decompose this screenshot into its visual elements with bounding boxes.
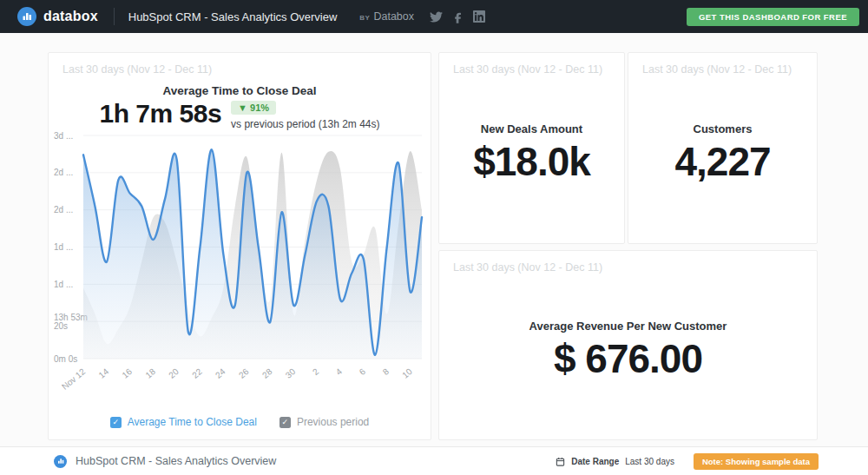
social-links	[430, 10, 485, 23]
kpi-content: New Deals Amount $18.0k	[439, 58, 624, 248]
y-axis-tick-label: 20s	[54, 321, 68, 331]
x-axis-tick-label: 14	[97, 366, 111, 380]
chart-legend: ✓ Average Time to Close Deal ✓ Previous …	[49, 416, 431, 428]
kpi-content: Customers 4,227	[628, 58, 817, 248]
x-axis-tick-label: 22	[190, 366, 204, 380]
metric-title: Customers	[694, 122, 753, 135]
metric-value: $18.0k	[473, 139, 590, 185]
date-range-control: Date Range Last 30 days	[556, 457, 674, 466]
date-range-value: Last 30 days	[625, 457, 674, 466]
sample-data-note-badge: Note: Showing sample data	[694, 453, 819, 470]
metric-title: Average Revenue Per New Customer	[529, 320, 727, 333]
y-axis-tick-label: 3d ...	[54, 131, 73, 141]
kpi-content: Average Revenue Per New Customer $ 676.0…	[439, 256, 817, 445]
x-axis-tick-label: Nov 12	[60, 366, 88, 392]
footer-dashboard-title: HubSpot CRM - Sales Analytics Overview	[76, 455, 276, 467]
byline-prefix: BY	[359, 14, 370, 22]
metric-value: $ 676.00	[554, 336, 702, 382]
byline: BY Databox	[359, 10, 414, 23]
databox-logo-icon	[54, 455, 67, 468]
top-bar: databox HubSpot CRM - Sales Analytics Ov…	[0, 0, 868, 33]
calendar-icon	[556, 457, 565, 466]
x-axis-tick-label: 28	[260, 366, 274, 380]
checkbox-checked-icon[interactable]: ✓	[279, 417, 291, 428]
legend-item-primary[interactable]: ✓ Average Time to Close Deal	[110, 416, 257, 428]
y-axis-tick-label: 2d ...	[54, 168, 73, 177]
card-average-revenue-per-new-customer: Last 30 days (Nov 12 - Dec 11) Average R…	[438, 250, 818, 440]
x-axis-tick-label: 2	[311, 366, 321, 377]
x-axis-tick-label: 24	[214, 366, 227, 380]
y-axis-tick-label: 1d ...	[54, 280, 73, 289]
byline-name: Databox	[373, 10, 414, 23]
x-axis-tick-label: 6	[358, 366, 368, 377]
databox-logo-icon	[17, 7, 36, 26]
legend-label: Previous period	[297, 416, 369, 428]
metric-value-row: 1h 7m 58s ▼ 91% vs previous period (13h …	[49, 99, 431, 130]
footer-right: Date Range Last 30 days Note: Showing sa…	[556, 453, 819, 470]
twitter-icon[interactable]	[430, 10, 443, 23]
x-axis-tick-label: 8	[381, 366, 391, 377]
card-customers: Last 30 days (Nov 12 - Dec 11) Customers…	[628, 52, 818, 244]
header-divider	[114, 8, 115, 25]
legend-item-previous-period[interactable]: ✓ Previous period	[279, 416, 369, 428]
x-axis-tick-label: 4	[334, 366, 345, 377]
metric-value: 1h 7m 58s	[99, 99, 221, 128]
footer-brand: HubSpot CRM - Sales Analytics Overview	[54, 455, 276, 468]
x-axis-tick-label: 20	[167, 366, 181, 380]
delta-column: ▼ 91% vs previous period (13h 2m 44s)	[231, 99, 379, 130]
x-axis-tick-label: 18	[143, 366, 157, 380]
metric-value: 4,227	[674, 139, 770, 185]
y-axis-tick-label: 2d ...	[54, 205, 73, 214]
linkedin-icon[interactable]	[473, 10, 485, 23]
x-axis-tick-label: 16	[120, 366, 134, 380]
x-axis-tick-label: 10	[400, 366, 414, 380]
metric-title: Average Time to Close Deal	[49, 84, 431, 97]
card-average-time-to-close: Last 30 days (Nov 12 - Dec 11) Average T…	[48, 52, 431, 440]
date-range-label: Date Range	[571, 457, 619, 466]
get-dashboard-button[interactable]: GET THIS DASHBOARD FOR FREE	[687, 8, 859, 26]
period-label: Last 30 days (Nov 12 - Dec 11)	[62, 63, 212, 76]
facebook-icon[interactable]	[454, 10, 462, 23]
metric-title: New Deals Amount	[481, 122, 582, 135]
y-axis-tick-label: 1d ...	[54, 242, 73, 252]
time-to-close-area-chart: 3d ...2d ...2d ...1d ...1d ...13h 53m20s…	[49, 129, 432, 411]
legend-label: Average Time to Close Deal	[128, 416, 257, 428]
x-axis-tick-label: 30	[284, 366, 298, 380]
y-axis-tick-label: 0m 0s	[54, 354, 77, 364]
comparison-text: vs previous period (13h 2m 44s)	[231, 118, 379, 130]
brand-name: databox	[43, 9, 98, 24]
checkbox-checked-icon[interactable]: ✓	[110, 417, 122, 428]
databox-logo[interactable]: databox	[17, 7, 98, 26]
footer-bar: HubSpot CRM - Sales Analytics Overview D…	[0, 446, 868, 475]
dashboard-title: HubSpot CRM - Sales Analytics Overview	[128, 10, 338, 23]
x-axis-tick-label: 26	[237, 366, 251, 380]
delta-badge: ▼ 91%	[231, 101, 276, 115]
card-new-deals-amount: Last 30 days (Nov 12 - Dec 11) New Deals…	[438, 52, 625, 244]
